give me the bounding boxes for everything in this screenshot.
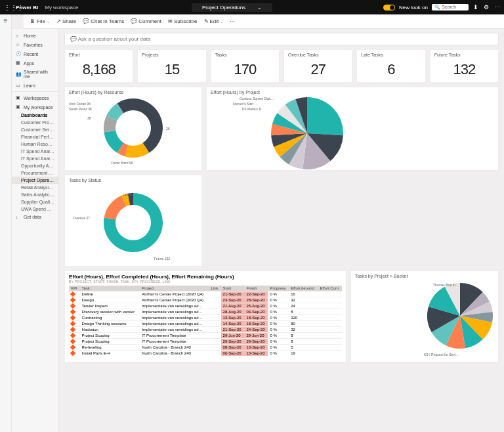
kpi-icon <box>69 321 80 327</box>
table-row[interactable]: HackatonImplementatie van vereidings ad…… <box>69 327 342 333</box>
nav-home[interactable]: ⌂Home <box>12 32 58 40</box>
nav-item[interactable]: Human Resourc… <box>12 140 58 148</box>
nav-workspaces[interactable]: ▣Workspaces <box>12 93 58 102</box>
col-header[interactable]: Effort (Hours) <box>289 286 318 292</box>
workspace-breadcrumb[interactable]: My workspace <box>42 5 81 11</box>
qna-input[interactable]: 💬 Ask a question about your data <box>64 33 499 45</box>
col-header[interactable]: Progress <box>268 286 289 292</box>
col-header[interactable]: Project <box>140 286 209 292</box>
nav-item[interactable]: Project Operati… <box>12 177 58 184</box>
nav-item[interactable]: IT Spend Analysi… <box>12 148 58 155</box>
table-row[interactable]: Re-levelingNorth Carolina - Branch 24008… <box>69 345 342 351</box>
kpi-card[interactable]: Overdue Tasks27 <box>284 49 352 83</box>
kpi-icon <box>69 339 80 345</box>
kpi-card[interactable]: Tasks170 <box>211 49 280 83</box>
nav-apps[interactable]: ▦Apps <box>12 58 58 68</box>
nav-shared[interactable]: 👥Shared with me <box>12 68 58 81</box>
chart-label: Overdue 27 <box>73 216 90 220</box>
kpi-card[interactable]: Effort8,168 <box>64 49 133 83</box>
new-look-label: New look on <box>399 5 428 11</box>
panel-effort-table[interactable]: Effort (Hours), Effort Completed (Hours)… <box>64 270 346 362</box>
col-header[interactable]: Task <box>80 286 140 292</box>
effort-table: KPITaskProjectLinkStartFinishProgressEff… <box>69 286 342 356</box>
col-header[interactable]: Start <box>221 286 245 292</box>
kpi-icon <box>69 297 80 303</box>
table-row[interactable]: Design Thinking sessionsImplementatie va… <box>69 321 342 327</box>
kpi-icon <box>69 333 80 339</box>
chart-label: KS Maria's R… <box>242 107 264 111</box>
nav-get-data[interactable]: ↓Get data <box>12 213 58 221</box>
chart-label: Sarah Perez 3K <box>69 107 92 111</box>
svg-point-1 <box>116 205 151 240</box>
nav-favorites[interactable]: ☆Favorites <box>12 40 58 49</box>
kpi-icon <box>69 345 80 351</box>
nav-learn[interactable]: ▭Learn <box>12 81 58 90</box>
share-button[interactable]: ↗ Share <box>56 18 76 24</box>
table-row[interactable]: Discovery session with vendorImplementat… <box>69 309 342 315</box>
table-row[interactable]: Project ScopingIT Procurement Template29… <box>69 339 342 345</box>
comment-button[interactable]: 💬 Comment <box>131 18 161 24</box>
card-value: 27 <box>288 57 348 78</box>
table-row[interactable]: Project ScopingIT Procurement Template29… <box>69 333 342 339</box>
file-button[interactable]: 🗎 File ⌄ <box>30 18 50 24</box>
panel-title: Effort (Hours) by Project <box>211 90 494 96</box>
panel-effort-project[interactable]: Effort (Hours) by Project Contoso Square… <box>206 87 499 171</box>
chart-label: 3K <box>87 116 91 120</box>
download-icon[interactable]: ⬇ <box>472 4 479 11</box>
left-rail: ≡ <box>0 14 12 432</box>
nav-item[interactable]: UWA Spend An… <box>12 205 58 213</box>
kpi-card[interactable]: Late Tasks6 <box>356 49 425 83</box>
panel-effort-resource[interactable]: Effort (Hours) by Resource Amir Oscan 0K… <box>64 87 202 171</box>
table-row[interactable]: DesignAbrham's Center Project (2020 Q4)2… <box>69 297 342 303</box>
nav-item[interactable]: Opportunity An… <box>12 162 58 169</box>
kpi-icon <box>69 315 80 321</box>
donut-chart <box>104 98 163 158</box>
nav-item[interactable]: Customer Servi… <box>12 126 58 133</box>
nav-item[interactable]: IT Spend Analys… <box>12 155 58 162</box>
nav-my-workspace[interactable]: ▣My workspace <box>12 102 58 112</box>
table-row[interactable]: DefineAbrham's Center Project (2020 Q4)2… <box>69 292 342 297</box>
nav-item[interactable]: Retail Analysis S… <box>12 184 58 191</box>
nav-item[interactable]: Procurement A… <box>12 169 58 177</box>
chart-label: Late 6 <box>123 192 132 196</box>
panel-tasks-bucket[interactable]: Tasks by Project > Bucket Thomas Brat In… <box>350 270 499 362</box>
edit-button[interactable]: ✎ Edit ⌄ <box>204 18 224 24</box>
col-header[interactable]: Link <box>209 286 221 292</box>
nav-item[interactable]: Customer Profi… <box>12 119 58 126</box>
table-row[interactable]: ContractingImplementatie van vereidings … <box>69 315 342 321</box>
dashboard-canvas: 💬 Ask a question about your data Effort8… <box>59 29 504 432</box>
page-title[interactable]: Project Operations ⌄ <box>192 3 273 12</box>
nav-panel: ⌂Home ☆Favorites 🕘Recent ▦Apps 👥Shared w… <box>12 29 59 432</box>
kpi-card[interactable]: Future Tasks132 <box>430 49 499 83</box>
col-header[interactable]: KPI <box>69 286 80 292</box>
table-row[interactable]: Tender InspectImplementatie van vereidin… <box>69 303 342 309</box>
col-header[interactable]: Finish <box>245 286 268 292</box>
topbar: ⋮⋮⋮ Power BI My workspace Project Operat… <box>0 0 504 14</box>
kpi-card[interactable]: Projects15 <box>137 49 206 83</box>
nav-recent[interactable]: 🕘Recent <box>12 49 58 58</box>
panel-tasks-status[interactable]: Tasks by Status Late 6 Overdue 27 Future… <box>64 175 202 267</box>
nav-item[interactable]: Dashboards <box>12 112 58 119</box>
nav-item[interactable]: Financial Perfor… <box>12 133 58 140</box>
chat-teams-button[interactable]: 💬 Chat in Teams <box>83 18 124 24</box>
table-row[interactable]: Install Parts E-HNorth Carolina - Branch… <box>69 351 342 356</box>
search-input[interactable]: 🔍 Search <box>432 4 469 11</box>
nav-item[interactable]: Supplier Quality… <box>12 198 58 205</box>
more-icon[interactable]: ⋯ <box>494 4 500 11</box>
app-launcher-icon[interactable]: ⋮⋮⋮ <box>4 4 12 11</box>
subscribe-button[interactable]: ✉ Subscribe <box>168 18 198 24</box>
hamburger-icon[interactable]: ≡ <box>0 14 11 24</box>
more-button[interactable]: ⋯ <box>230 18 235 24</box>
command-bar: 🗎 File ⌄ ↗ Share 💬 Chat in Teams 💬 Comme… <box>24 14 504 29</box>
panel-title: Effort (Hours), Effort Completed (Hours)… <box>69 274 342 280</box>
workspace-icon: ▣ <box>16 95 21 100</box>
panel-subtitle: BY PROJECT, START, FINISH, TASK, KPI, PR… <box>69 280 342 284</box>
chart-label: Iverson's Mart … <box>233 102 258 106</box>
share-icon: 👥 <box>16 72 21 77</box>
learn-icon: ▭ <box>16 83 21 88</box>
gear-icon[interactable]: ⚙ <box>483 4 490 11</box>
chart-label: Thomas Brat In… <box>433 283 459 287</box>
col-header[interactable]: Effort Com <box>318 286 342 292</box>
nav-item[interactable]: Sales Analytics f… <box>12 191 58 198</box>
new-look-toggle[interactable] <box>383 5 395 11</box>
